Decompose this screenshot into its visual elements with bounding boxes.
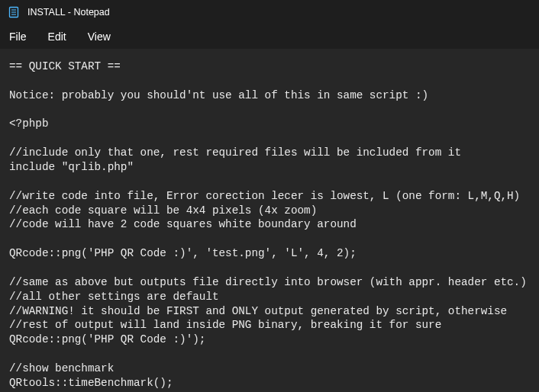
menubar: File Edit View bbox=[0, 24, 539, 49]
titlebar: INSTALL - Notepad bbox=[0, 0, 539, 24]
window-title: INSTALL - Notepad bbox=[27, 7, 110, 18]
menu-file[interactable]: File bbox=[3, 27, 37, 46]
menu-edit[interactable]: Edit bbox=[37, 27, 77, 46]
notepad-app-icon bbox=[8, 6, 20, 18]
text-editor-area[interactable]: == QUICK START == Notice: probably you s… bbox=[0, 49, 539, 392]
menu-view[interactable]: View bbox=[77, 27, 121, 46]
document-content: == QUICK START == Notice: probably you s… bbox=[9, 59, 534, 390]
